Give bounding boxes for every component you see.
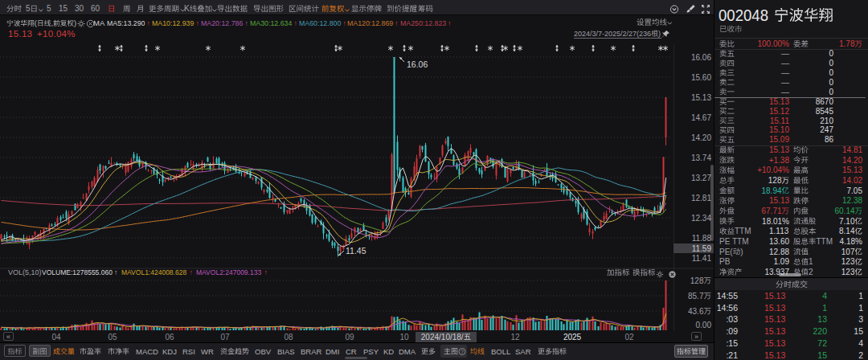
svg-text:—: — [781,68,789,77]
svg-text:KDJ: KDJ [162,347,177,356]
svg-text:—: — [781,49,789,58]
svg-text:4.18%: 4.18% [840,237,862,246]
svg-text:72: 72 [817,338,827,348]
svg-text:↑: ↑ [395,19,398,27]
svg-text:210: 210 [820,117,833,125]
svg-text:↑: ↑ [196,19,199,27]
svg-text:BOLL: BOLL [491,347,510,356]
svg-text:14.67: 14.67 [691,113,711,122]
svg-text:16.06: 16.06 [407,59,428,69]
svg-text:15.13: 15.13 [842,166,862,174]
svg-text:128: 128 [690,276,704,285]
svg-text:»: » [694,333,698,341]
svg-text:11.41: 11.41 [692,254,712,263]
svg-text:↑: ↑ [190,268,193,276]
svg-text:15.13: 15.13 [764,303,785,313]
svg-text:8.14: 8.14 [839,227,855,235]
svg-text:↑: ↑ [448,19,451,27]
svg-text:15.11: 15.11 [770,117,790,125]
svg-text:MA120:12.869: MA120:12.869 [347,19,393,27]
svg-text:WR: WR [201,347,214,356]
svg-text:15: 15 [817,350,827,360]
svg-text:↑: ↑ [245,19,248,27]
svg-text:): ) [658,30,661,38]
svg-text:2: 2 [809,268,813,276]
svg-text:DMA: DMA [399,347,416,356]
svg-text:1.113: 1.113 [769,227,789,235]
svg-text:BRAR: BRAR [301,347,322,356]
svg-text:DMI: DMI [326,347,339,356]
svg-text:↑: ↑ [264,268,268,276]
svg-text:12.34: 12.34 [691,214,711,223]
svg-text:1: 1 [822,303,827,313]
svg-text:—: — [781,59,789,68]
svg-text:MA: MA [93,18,105,27]
svg-text:PE TTM: PE TTM [719,237,748,246]
svg-text:2: 2 [858,350,863,360]
svg-text:↑: ↑ [147,19,150,27]
svg-text:08: 08 [284,333,293,342]
svg-text:1: 1 [809,257,813,266]
svg-text:4: 4 [858,338,863,348]
svg-text::03: :03 [726,314,738,324]
svg-text:15: 15 [854,326,863,336]
svg-text:MAVOL1:424008.628: MAVOL1:424008.628 [121,268,186,276]
svg-text:«: « [6,333,10,341]
svg-text:4: 4 [822,291,827,301]
svg-text:1: 1 [858,291,863,301]
svg-text:15.13: 15.13 [691,93,711,102]
svg-text:04: 04 [51,333,61,342]
svg-text:7.10: 7.10 [839,217,855,226]
svg-text:12: 12 [510,333,520,342]
svg-text:15.13: 15.13 [764,314,785,324]
svg-text:MACD: MACD [136,347,158,356]
svg-text:220: 220 [813,326,827,336]
svg-text:11.45: 11.45 [346,246,366,256]
svg-text:5: 5 [26,4,31,13]
svg-text:15.13: 15.13 [764,291,785,301]
svg-text:05: 05 [108,333,117,342]
svg-text:0: 0 [829,68,833,77]
svg-text:13.60: 13.60 [769,237,789,246]
svg-text::09: :09 [726,326,738,336]
svg-text:15.13: 15.13 [769,145,789,154]
svg-text:13.937: 13.937 [764,268,789,276]
svg-text:+10.04%: +10.04% [757,166,789,174]
svg-text:7.05: 7.05 [847,186,863,195]
svg-text:12.38: 12.38 [842,196,862,205]
svg-text:14:56: 14:56 [717,303,738,313]
svg-text:): ) [740,248,743,256]
svg-text:67.71: 67.71 [762,207,782,215]
svg-text:—: — [781,88,789,96]
svg-text:14.20: 14.20 [691,133,711,142]
svg-text:11.59: 11.59 [692,244,712,253]
svg-text:MA20:12.786: MA20:12.786 [201,19,243,27]
svg-text:0.00: 0.00 [696,321,712,329]
svg-text:PSY: PSY [363,347,379,356]
svg-text:128: 128 [768,176,782,185]
svg-text:85.7: 85.7 [688,292,704,301]
svg-text:14.20: 14.20 [842,156,862,165]
svg-text:02: 02 [624,333,634,342]
svg-text:+10.04%: +10.04% [37,29,76,39]
svg-text:15.13: 15.13 [769,97,789,106]
svg-text:107: 107 [841,248,855,256]
svg-text:2024/3/7-2025/2/27(236: 2024/3/7-2025/2/27(236 [574,30,651,38]
svg-text:PB: PB [719,257,731,266]
svg-text:30: 30 [75,4,84,13]
svg-text:0: 0 [829,78,833,87]
svg-text:VOL(5,10): VOL(5,10) [8,268,42,276]
svg-text:1: 1 [858,303,863,313]
svg-text:1.78: 1.78 [839,39,855,48]
svg-text:13.27: 13.27 [691,174,711,182]
svg-text:16.06: 16.06 [691,53,711,62]
svg-text:123: 123 [841,268,855,276]
svg-text:MA10:12.939: MA10:12.939 [152,19,194,27]
svg-text:PE(: PE( [719,248,733,256]
svg-text:): ) [74,18,76,27]
svg-text::15: :15 [726,338,738,348]
svg-text:15.09: 15.09 [769,135,789,144]
svg-text:13.74: 13.74 [691,153,711,162]
svg-text:KD: KD [383,347,394,356]
svg-text:002048: 002048 [719,6,768,24]
